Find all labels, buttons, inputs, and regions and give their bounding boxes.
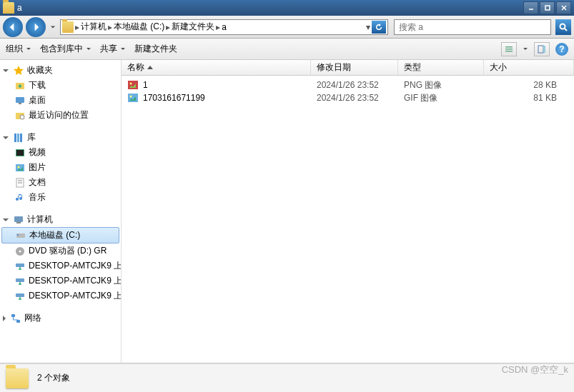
address-bar[interactable]: ▸ 计算机 ▸ 本地磁盘 (C:) ▸ 新建文件夹 ▸ a ▾ — [60, 19, 388, 35]
gif-icon — [127, 92, 139, 104]
help-button[interactable]: ? — [555, 43, 568, 56]
new-folder-button[interactable]: 新建文件夹 — [134, 43, 177, 55]
svg-rect-8 — [505, 51, 513, 52]
svg-rect-10 — [543, 46, 545, 53]
file-size: 28 KB — [484, 80, 574, 90]
svg-rect-32 — [16, 263, 24, 267]
body: 收藏夹 下载 桌面 最近访问的位置 库 视频 图片 文档 音乐 计算机 本地磁盘… — [0, 60, 574, 363]
chevron-down-icon[interactable]: ▾ — [366, 22, 370, 32]
chevron-right-icon[interactable]: ▸ — [108, 22, 112, 32]
svg-line-5 — [565, 29, 567, 31]
title-bar: a — [0, 0, 574, 16]
sidebar: 收藏夹 下载 桌面 最近访问的位置 库 视频 图片 文档 音乐 计算机 本地磁盘… — [0, 60, 122, 363]
view-mode-button[interactable] — [501, 42, 517, 56]
status-text: 2 个对象 — [37, 372, 70, 384]
back-button[interactable] — [3, 17, 23, 37]
column-header-size[interactable]: 大小 — [484, 60, 574, 75]
svg-rect-6 — [505, 46, 513, 48]
view-buttons: ? — [501, 42, 568, 56]
sidebar-group-network: 网络 — [0, 311, 121, 326]
chevron-right-icon[interactable]: ▸ — [216, 22, 220, 32]
column-header-type[interactable]: 类型 — [398, 60, 484, 75]
svg-rect-26 — [14, 216, 23, 222]
sidebar-head-favorites[interactable]: 收藏夹 — [0, 63, 121, 78]
svg-point-31 — [19, 250, 21, 252]
file-type: GIF 图像 — [398, 92, 484, 104]
sort-asc-icon — [147, 66, 153, 69]
status-bar: 2 个对象 — [0, 363, 574, 392]
sidebar-group-computer: 计算机 本地磁盘 (C:) DVD 驱动器 (D:) GR DESKTOP-AM… — [0, 212, 121, 303]
sidebar-item-local-disk-c[interactable]: 本地磁盘 (C:) — [1, 227, 119, 243]
watermark: CSDN @空空_k — [502, 363, 568, 376]
search-input[interactable] — [397, 21, 548, 33]
svg-rect-33 — [16, 278, 24, 282]
svg-rect-35 — [11, 314, 15, 317]
column-headers: 名称 修改日期 类型 大小 — [122, 60, 574, 76]
sidebar-head-computer[interactable]: 计算机 — [0, 212, 121, 227]
sidebar-item-network-drive[interactable]: DESKTOP-AMTCJK9 上 — [0, 273, 121, 288]
folder-icon — [6, 368, 29, 388]
breadcrumb-part[interactable]: 本地磁盘 (C:) — [114, 21, 164, 33]
chevron-right-icon[interactable]: ▸ — [75, 22, 79, 32]
file-type: PNG 图像 — [398, 79, 484, 91]
svg-rect-20 — [16, 150, 24, 156]
sidebar-item-dvd-drive[interactable]: DVD 驱动器 (D:) GR — [0, 243, 121, 258]
maximize-button[interactable] — [540, 1, 555, 14]
refresh-button[interactable] — [372, 21, 386, 34]
png-icon — [127, 79, 139, 91]
include-menu[interactable]: 包含到库中 — [40, 43, 91, 55]
search-box[interactable] — [394, 19, 551, 35]
svg-point-40 — [130, 96, 132, 98]
breadcrumb-part[interactable]: 新建文件夹 — [172, 21, 214, 33]
sidebar-head-libraries[interactable]: 库 — [0, 130, 121, 145]
sidebar-group-favorites: 收藏夹 下载 桌面 最近访问的位置 — [0, 63, 121, 123]
svg-point-38 — [130, 83, 132, 85]
window-title: a — [17, 3, 22, 13]
svg-rect-34 — [16, 293, 24, 297]
sidebar-item-music[interactable]: 音乐 — [0, 190, 121, 205]
sidebar-item-downloads[interactable]: 下载 — [0, 78, 121, 93]
svg-rect-13 — [19, 103, 21, 104]
nav-bar: ▸ 计算机 ▸ 本地磁盘 (C:) ▸ 新建文件夹 ▸ a ▾ — [0, 16, 574, 39]
file-date: 2024/1/26 23:52 — [311, 80, 398, 90]
folder-icon — [62, 21, 74, 33]
sidebar-head-network[interactable]: 网络 — [0, 311, 121, 326]
close-button[interactable] — [556, 1, 571, 14]
sidebar-item-network-drive[interactable]: DESKTOP-AMTCJK9 上 — [0, 288, 121, 303]
share-menu[interactable]: 共享 — [100, 43, 126, 55]
file-rows: 1 2024/1/26 23:52 PNG 图像 28 KB 170316167… — [122, 76, 574, 363]
file-list: 名称 修改日期 类型 大小 1 2024/1/26 23:52 PNG 图像 2… — [122, 60, 574, 363]
chevron-down-icon[interactable] — [523, 46, 528, 52]
sidebar-item-videos[interactable]: 视频 — [0, 145, 121, 160]
svg-rect-37 — [128, 81, 138, 89]
forward-button[interactable] — [26, 17, 46, 37]
sidebar-item-network-drive[interactable]: DESKTOP-AMTCJK9 上 — [0, 258, 121, 273]
file-date: 2024/1/26 23:52 — [311, 93, 398, 103]
preview-pane-button[interactable] — [534, 42, 550, 56]
breadcrumb-part[interactable]: a — [222, 22, 227, 32]
file-row[interactable]: 1 2024/1/26 23:52 PNG 图像 28 KB — [122, 79, 574, 91]
window-icon — [3, 2, 14, 14]
svg-rect-7 — [505, 49, 513, 50]
toolbar: 组织 包含到库中 共享 新建文件夹 ? — [0, 39, 574, 60]
minimize-button[interactable] — [523, 1, 538, 14]
file-name: 1 — [143, 80, 148, 90]
svg-rect-1 — [545, 6, 550, 10]
sidebar-item-recent[interactable]: 最近访问的位置 — [0, 108, 121, 123]
organize-menu[interactable]: 组织 — [6, 43, 31, 55]
svg-rect-39 — [128, 94, 138, 102]
history-dropdown[interactable] — [49, 19, 57, 36]
sidebar-group-libraries: 库 视频 图片 文档 音乐 — [0, 130, 121, 205]
column-header-name[interactable]: 名称 — [122, 60, 311, 75]
sidebar-item-pictures[interactable]: 图片 — [0, 160, 121, 175]
search-button[interactable] — [555, 19, 571, 35]
column-header-date[interactable]: 修改日期 — [311, 60, 398, 75]
file-size: 81 KB — [484, 93, 574, 103]
breadcrumb-part[interactable]: 计算机 — [81, 21, 107, 33]
svg-point-15 — [20, 115, 24, 119]
chevron-right-icon[interactable]: ▸ — [166, 22, 170, 32]
sidebar-item-desktop[interactable]: 桌面 — [0, 93, 121, 108]
sidebar-item-documents[interactable]: 文档 — [0, 175, 121, 190]
file-name: 1703161671199 — [143, 93, 205, 103]
file-row[interactable]: 1703161671199 2024/1/26 23:52 GIF 图像 81 … — [122, 91, 574, 104]
